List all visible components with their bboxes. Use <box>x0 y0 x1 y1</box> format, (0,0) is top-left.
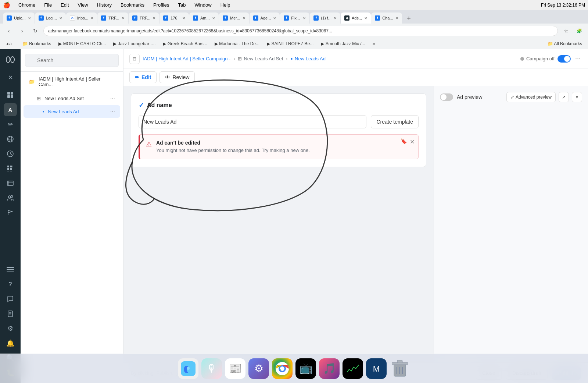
dock-trash[interactable] <box>390 358 410 379</box>
tab-age[interactable]: f Age... ✕ <box>250 13 280 24</box>
ad-name-input[interactable] <box>139 115 366 128</box>
sidebar-icon-question[interactable]: ? <box>4 278 17 291</box>
bookmark-icon[interactable]: 🔖 <box>401 138 407 145</box>
menubar-help[interactable]: Help <box>218 1 233 8</box>
tab-close-trf2[interactable]: ✕ <box>153 16 155 20</box>
tab-trf2[interactable]: f TRF... ✕ <box>129 13 159 24</box>
advanced-preview-button[interactable]: ⤢ Advanced preview <box>506 92 556 102</box>
menubar-edit[interactable]: Edit <box>58 1 71 8</box>
dock-chrome[interactable] <box>272 358 293 379</box>
sidebar-icon-clock[interactable] <box>4 147 17 160</box>
tab-close-mer[interactable]: ✕ <box>243 16 245 20</box>
sidebar-icon-menu[interactable] <box>4 263 17 276</box>
sidebar-icon-chat[interactable] <box>4 292 17 306</box>
tab-176[interactable]: f 176 ✕ <box>159 13 189 24</box>
breadcrumb-toggle-button[interactable]: ⊟ <box>129 54 140 64</box>
tab-am[interactable]: f Am... ✕ <box>189 13 219 24</box>
tab-upload[interactable]: f Uplo... ✕ <box>3 13 35 24</box>
dock-music[interactable]: 🎵 <box>319 358 340 379</box>
sidebar-icon-globe[interactable] <box>4 132 17 146</box>
tab-mer[interactable]: f Mer... ✕ <box>219 13 249 24</box>
campaign-toggle-switch[interactable] <box>557 55 571 63</box>
tab-close-inbox[interactable]: ✕ <box>90 16 93 20</box>
edit-button[interactable]: ✏ Edit <box>129 71 157 83</box>
error-close-button[interactable]: ✕ <box>410 138 415 145</box>
extensions-button[interactable]: 🧩 <box>574 26 584 36</box>
bookmark-bookmarks[interactable]: 📁 Bookmarks <box>20 40 53 47</box>
sidebar-close-button[interactable]: ✕ <box>4 71 17 84</box>
reload-button[interactable]: ↻ <box>30 26 40 36</box>
bookmark-greek[interactable]: ▶ Greek Beach Bars... <box>161 40 209 47</box>
bc-campaign-link[interactable]: IADM | High Intent Ad | Seller Campaign … <box>143 56 230 61</box>
back-button[interactable]: ‹ <box>4 26 14 36</box>
address-input[interactable] <box>43 26 558 36</box>
nav-adset-more[interactable]: ··· <box>110 95 115 102</box>
tab-close-login[interactable]: ✕ <box>59 16 62 20</box>
bookmark-page-button[interactable]: ☆ <box>561 26 571 36</box>
nav-ad-more[interactable]: ··· <box>110 108 115 115</box>
dock-finder[interactable] <box>178 358 198 379</box>
search-input[interactable] <box>25 54 119 67</box>
new-tab-button[interactable]: + <box>404 13 414 24</box>
tab-close-upload[interactable]: ✕ <box>28 16 31 20</box>
sidebar-icon-flag[interactable] <box>4 206 17 219</box>
tab-ads[interactable]: ◈ Ads... ✕ <box>341 13 371 24</box>
tab-close-176[interactable]: ✕ <box>182 16 185 20</box>
bc-adset-link[interactable]: New Leads Ad Set <box>244 56 283 61</box>
bookmark-jazz[interactable]: ▶ Jazz Loungebar -... <box>111 40 158 47</box>
tab-close-trf1[interactable]: ✕ <box>122 16 125 20</box>
tab-fix[interactable]: f Fix... ✕ <box>280 13 309 24</box>
bookmark-more[interactable]: » <box>370 40 377 47</box>
bookmark-montecarlo[interactable]: ▶ MONTE CARLO Ch... <box>56 40 108 47</box>
tab-1f[interactable]: f (1) f... ✕ <box>310 13 340 24</box>
sidebar-icon-settings[interactable]: ⚙ <box>4 322 17 335</box>
tab-login[interactable]: f Logi... ✕ <box>35 13 66 24</box>
tab-close-cha[interactable]: ✕ <box>395 16 398 20</box>
tab-close-am[interactable]: ✕ <box>212 16 215 20</box>
forward-button[interactable]: › <box>17 26 27 36</box>
tab-close-age[interactable]: ✕ <box>273 16 276 20</box>
review-button[interactable]: 👁 Review <box>159 71 195 83</box>
sidebar-icon-badge[interactable] <box>4 307 17 320</box>
menubar-tab[interactable]: Tab <box>176 1 188 8</box>
sidebar-icon-pencil[interactable]: ✏ <box>4 118 17 131</box>
bookmark-ca[interactable]: .ca <box>4 40 14 47</box>
dock-tv[interactable]: 📺 <box>295 358 316 379</box>
menubar-view[interactable]: View <box>76 1 90 8</box>
bookmark-tropez[interactable]: ▶ SAINT TROPEZ Be... <box>265 40 316 47</box>
menubar-history[interactable]: History <box>95 1 114 8</box>
tab-trf1[interactable]: f TRF... ✕ <box>97 13 128 24</box>
dock-news[interactable]: 📰 <box>225 358 245 379</box>
menubar-chrome[interactable]: Chrome <box>16 1 37 8</box>
sidebar-icon-dashboard[interactable] <box>4 88 17 102</box>
sidebar-icon-list2[interactable] <box>4 177 17 190</box>
create-template-button[interactable]: Create template <box>371 115 419 128</box>
bookmark-madonna[interactable]: ▶ Madonna - The De... <box>212 40 262 47</box>
tab-cha[interactable]: f Cha... ✕ <box>371 13 402 24</box>
tab-close-fix[interactable]: ✕ <box>303 16 306 20</box>
tab-inbox[interactable]: G Inbo... ✕ <box>66 13 97 24</box>
nav-item-campaign[interactable]: 📁 IADM | High Intent Ad | Seller Cam... … <box>24 72 120 91</box>
bookmark-jazz2[interactable]: ▶ Smooth Jazz Mix /... <box>319 40 367 47</box>
nav-item-adset[interactable]: ⊞ New Leads Ad Set ··· <box>24 92 120 104</box>
tab-close-1f[interactable]: ✕ <box>334 16 337 20</box>
sidebar-icon-grid[interactable] <box>4 162 17 175</box>
share-dropdown-button[interactable]: ▾ <box>572 92 582 102</box>
dock-stocks[interactable] <box>343 358 363 379</box>
dock-malwarebytes[interactable]: M <box>366 358 387 379</box>
sidebar-icon-profile[interactable]: A <box>4 103 17 116</box>
nav-item-ad[interactable]: ▪ New Leads Ad ··· <box>24 105 120 118</box>
dock-siri[interactable]: 🎙 <box>201 358 222 379</box>
dock-unknown1[interactable]: ⚙ <box>248 358 269 379</box>
apple-menu[interactable]: 🍎 <box>3 1 10 8</box>
menubar-window[interactable]: Window <box>192 1 214 8</box>
menubar-file[interactable]: File <box>42 1 54 8</box>
tab-close-ads[interactable]: ✕ <box>364 16 367 20</box>
menubar-bookmarks[interactable]: Bookmarks <box>118 1 147 8</box>
sidebar-icon-people[interactable] <box>4 191 17 205</box>
meta-logo[interactable] <box>4 53 17 66</box>
preview-toggle[interactable] <box>440 93 453 101</box>
sidebar-icon-bell[interactable]: 🔔 <box>4 337 17 350</box>
breadcrumb-more-button[interactable]: ··· <box>574 53 582 64</box>
bookmark-all[interactable]: 📁 All Bookmarks <box>545 40 584 47</box>
